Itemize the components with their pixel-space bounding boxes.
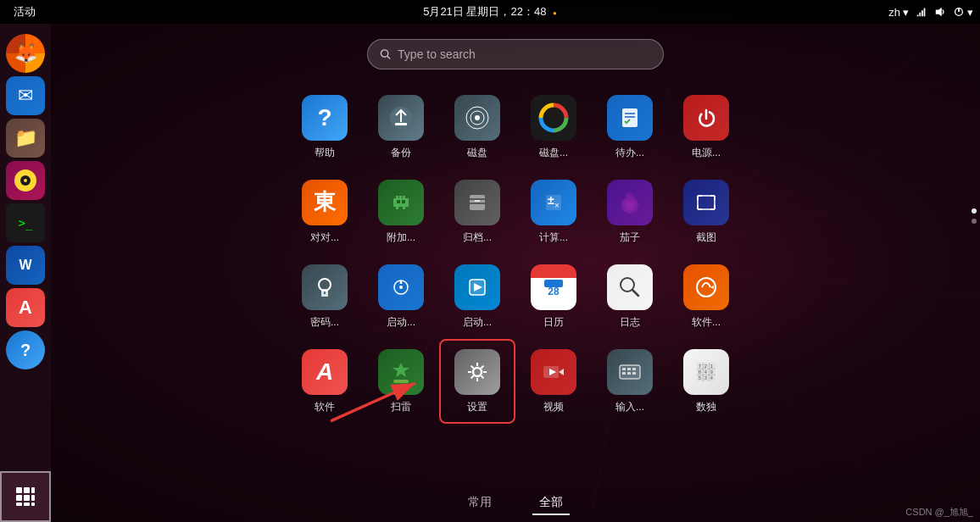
tab-frequent[interactable]: 常用 [461, 491, 498, 515]
scroll-dot-1 [972, 208, 977, 214]
activities-button[interactable]: 活动 [7, 4, 42, 19]
dock-item-terminal[interactable]: >_ [6, 203, 45, 242]
show-apps-button[interactable] [0, 471, 51, 522]
sudoku-label: 数独 [696, 400, 716, 414]
svg-rect-125 [24, 495, 30, 501]
app-item-calc[interactable]: ±×计算... [515, 169, 592, 254]
diskusage-icon [531, 95, 576, 141]
top-bar-left: 活动 [7, 4, 42, 19]
app-item-startup2[interactable]: 启动... [439, 254, 515, 339]
power-icon [683, 95, 729, 141]
watermark: CSDN @_旭旭_ [905, 506, 973, 519]
app-item-logs[interactable]: 日志 [592, 254, 668, 339]
app-item-todo[interactable]: 待办... [592, 85, 668, 169]
app-item-password[interactable]: 密码... [287, 254, 363, 339]
dock-item-files[interactable]: 📁 [6, 119, 45, 158]
svg-line-131 [331, 383, 415, 421]
svg-text:28: 28 [548, 286, 560, 297]
power-indicator[interactable]: ▾ [953, 6, 973, 19]
top-bar: 活动 5月21日 星期日，22：48 ● zh ▾ [0, 0, 980, 24]
dock-item-rhythmbox[interactable] [6, 161, 45, 200]
startup2-label: 启动... [463, 315, 492, 330]
svg-rect-43 [393, 198, 409, 207]
calc-icon: ±× [531, 180, 576, 225]
app-area: ?帮助备份磁盘磁盘...待办...电源...東对对...附加...归档...±×… [51, 24, 980, 522]
dock-item-thunderbird[interactable]: ✉ [6, 76, 45, 115]
svg-text:7: 7 [699, 364, 701, 369]
app-item-settings[interactable]: 设置 [439, 339, 515, 424]
app-item-software[interactable]: 软件... [668, 254, 744, 339]
svg-rect-127 [16, 503, 22, 506]
archive-icon [454, 180, 500, 225]
app-item-disk[interactable]: 磁盘 [439, 85, 515, 169]
app-item-help[interactable]: ?帮助 [287, 85, 363, 169]
hardware-label: 附加... [387, 230, 415, 245]
app-item-east[interactable]: 東对对... [287, 169, 363, 254]
app-grid: ?帮助备份磁盘磁盘...待办...电源...東对对...附加...归档...±×… [287, 85, 744, 424]
app-item-calendar[interactable]: 28日历 [515, 254, 592, 339]
app-item-power[interactable]: 电源... [668, 85, 744, 169]
svg-text:×: × [554, 201, 560, 210]
backup-icon [378, 95, 424, 141]
svg-line-93 [471, 365, 474, 368]
svg-rect-22 [917, 15, 919, 17]
power-arrow: ▾ [967, 6, 973, 19]
dock-item-appstore[interactable]: A [6, 288, 45, 327]
language-indicator[interactable]: zh ▾ [888, 6, 909, 19]
app-item-archive[interactable]: 归档... [439, 169, 515, 254]
svg-rect-46 [403, 196, 405, 198]
language-label: zh [888, 6, 900, 19]
volume-indicator[interactable] [934, 6, 946, 18]
app-item-eggplant[interactable]: 茄子 [592, 169, 668, 254]
startup1-icon [378, 264, 424, 310]
dock-item-firefox[interactable]: 🦊 [6, 34, 45, 73]
svg-rect-129 [31, 503, 35, 506]
search-bar-container [367, 39, 664, 69]
svg-text:5: 5 [699, 375, 701, 380]
password-label: 密码... [310, 315, 339, 330]
app-item-screenshot[interactable]: 截图 [668, 169, 744, 254]
dock-item-help[interactable]: ? [6, 330, 45, 369]
thunderbird-icon: ✉ [18, 85, 33, 107]
screenshot-label: 截图 [696, 230, 716, 245]
network-icon [916, 6, 927, 18]
svg-rect-24 [922, 10, 923, 16]
search-bar[interactable] [367, 39, 664, 69]
svg-line-94 [482, 375, 484, 378]
power-label: 电源... [692, 146, 721, 160]
app-item-startup1[interactable]: 启动... [363, 254, 439, 339]
eggplant-icon [607, 180, 653, 225]
svg-point-31 [24, 179, 27, 182]
svg-point-88 [473, 368, 482, 376]
app-item-backup[interactable]: 备份 [363, 85, 439, 169]
top-bar-right: zh ▾ ▾ [888, 6, 973, 19]
red-arrow [331, 375, 432, 429]
writer-icon: W [19, 258, 31, 273]
tab-all[interactable]: 全部 [532, 491, 570, 515]
dock-item-writer[interactable]: W [6, 246, 45, 285]
screenshot-icon [683, 180, 729, 225]
svg-line-83 [632, 290, 638, 296]
app-item-hardware[interactable]: 附加... [363, 169, 439, 254]
app-item-sudoku[interactable]: 721649534数独 [668, 339, 744, 424]
app-item-input[interactable]: 输入... [592, 339, 668, 424]
app-item-video[interactable]: 视频 [515, 339, 592, 424]
svg-text:2: 2 [704, 364, 707, 369]
bottom-tabs: 常用 全部 [51, 491, 980, 515]
grid-icon [14, 485, 37, 508]
svg-rect-122 [24, 487, 30, 493]
help-dock-icon: ? [20, 341, 31, 360]
svg-point-70 [319, 279, 331, 291]
svg-text:3: 3 [704, 375, 707, 380]
diskusage-label: 磁盘... [539, 146, 568, 160]
svg-line-96 [471, 375, 474, 378]
svg-rect-36 [395, 123, 407, 125]
hardware-icon [378, 180, 424, 225]
network-indicator[interactable] [916, 6, 927, 18]
search-input[interactable] [398, 47, 651, 61]
settings-label: 设置 [467, 400, 487, 414]
logs-label: 日志 [620, 315, 640, 330]
svg-line-33 [387, 56, 390, 58]
app-item-diskusage[interactable]: 磁盘... [515, 85, 592, 169]
svg-marker-98 [559, 369, 564, 375]
